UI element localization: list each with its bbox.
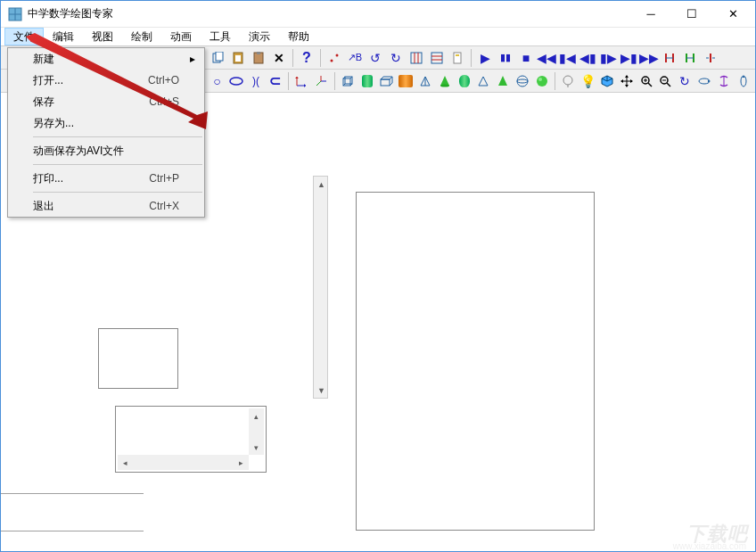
svg-line-69 [648,83,652,87]
svg-point-56 [563,76,572,85]
menu-bar: 文件 编辑 视图 绘制 动画 工具 演示 帮助 [1,28,755,46]
cone2-wire-icon[interactable] [474,71,493,91]
svg-point-28 [230,78,242,85]
rotate-cw-icon[interactable]: ↻ [386,48,406,68]
cylinder2-green-icon[interactable] [455,71,473,91]
tilt-icon[interactable] [734,71,752,91]
cube-wire-icon[interactable] [339,71,357,91]
text-area[interactable] [118,408,249,455]
menu-tools[interactable]: 工具 [201,28,240,45]
paste-icon[interactable] [228,48,248,68]
move-icon[interactable] [617,71,636,91]
menu-file[interactable]: 文件 [4,28,44,45]
maximize-button[interactable]: ☐ [671,1,712,28]
balloon-wire-icon[interactable] [559,71,578,91]
circle-icon[interactable]: ○ [208,71,226,91]
axes-3d-icon[interactable] [312,71,331,91]
delete-icon[interactable]: ✕ [269,48,289,68]
menu-print[interactable]: 打印...Ctrl+P [8,168,204,189]
menu-save-as[interactable]: 另存为... [8,112,204,134]
menu-exit[interactable]: 退出Ctrl+X [8,195,204,217]
hyperbola-icon[interactable]: )( [247,71,266,91]
stop-icon[interactable]: ■ [516,48,536,68]
scroll-right-icon[interactable]: ▸ [234,455,249,470]
cube-3d-icon[interactable] [598,71,617,91]
step-back-icon[interactable]: ◀▮ [578,48,597,68]
marker-green-icon[interactable] [680,48,700,68]
marker-red-icon[interactable] [660,48,679,68]
grid-v-icon[interactable] [407,48,426,68]
step-fwd-icon[interactable]: ▮▶ [598,48,618,68]
separator [471,49,472,67]
menu-demo[interactable]: 演示 [240,28,279,45]
page-icon[interactable] [448,48,467,68]
next-icon[interactable]: ▶▶ [639,48,659,68]
zoom-out-icon[interactable] [656,71,675,91]
svg-point-9 [331,59,333,62]
cuboid-wire-icon[interactable] [377,71,396,91]
split-icon[interactable] [701,48,720,68]
text-box[interactable]: ▴ ▾ ◂ ▸ [115,406,267,473]
svg-rect-8 [257,52,260,54]
scrollbar-v-1[interactable]: ▲ ▼ [313,176,328,399]
clipboard-icon[interactable] [249,48,268,68]
drawing-panel-large[interactable] [356,192,595,531]
sphere-green-icon[interactable] [532,71,551,91]
first-icon[interactable]: ▮◀ [557,48,577,68]
svg-rect-42 [381,79,390,86]
scrollbar-v-2[interactable]: ▴ ▾ [249,408,264,455]
bottom-edge-2 [1,531,144,538]
scroll-down-icon[interactable]: ▼ [314,383,329,398]
menu-view[interactable]: 视图 [83,28,122,45]
separator [292,49,293,67]
cylinder-green-icon[interactable] [357,71,376,91]
pause-icon[interactable]: ▮▮ [496,48,515,68]
parabola-icon[interactable]: ⊂ [266,71,284,91]
scroll-up-icon[interactable]: ▲ [314,177,329,192]
cone-green-icon[interactable] [435,71,454,91]
bulb-icon[interactable]: 💡 [579,71,597,91]
orbit-icon[interactable] [695,71,714,91]
zoom-in-icon[interactable] [637,71,655,91]
svg-rect-17 [454,53,461,63]
scrollbar-h[interactable]: ◂ ▸ [118,455,249,470]
menu-save-avi[interactable]: 动画保存为AVI文件 [8,140,204,161]
last-icon[interactable]: ▶▮ [619,48,638,68]
svg-point-10 [336,54,339,56]
close-button[interactable]: ✕ [712,1,753,28]
copy-icon[interactable] [208,48,227,68]
point-tool-icon[interactable] [325,48,344,68]
refresh-icon[interactable]: ↻ [676,71,694,91]
svg-rect-6 [235,55,241,62]
spin-icon[interactable] [714,71,733,91]
menu-save[interactable]: 保存Ctrl+S [8,91,204,112]
axes-2d-icon[interactable] [292,71,311,91]
cuboid-orange-icon[interactable] [397,71,415,91]
cone2-green-icon[interactable] [494,71,513,91]
help-icon[interactable]: ? [297,48,316,68]
pyramid-wire-icon[interactable] [416,71,435,91]
scroll-left-icon[interactable]: ◂ [118,455,133,470]
scroll-up-icon[interactable]: ▴ [249,408,264,424]
graph-b-icon[interactable]: ↗B [345,48,365,68]
ellipse-icon[interactable] [227,71,246,91]
menu-open[interactable]: 打开...Ctrl+O [8,70,204,91]
menu-separator [33,164,202,165]
sphere-wire-icon[interactable] [514,71,532,91]
menu-new[interactable]: 新建▸ [8,48,204,70]
bottom-edge-1 [1,493,144,495]
menu-animation[interactable]: 动画 [161,28,201,45]
svg-point-54 [537,76,547,87]
prev-icon[interactable]: ◀◀ [537,48,556,68]
rotate-ccw-icon[interactable]: ↺ [366,48,385,68]
grid-h-icon[interactable] [427,48,447,68]
svg-point-52 [517,76,528,87]
menu-draw[interactable]: 绘制 [122,28,161,45]
scroll-down-icon[interactable]: ▾ [249,440,264,455]
menu-edit[interactable]: 编辑 [44,28,83,45]
svg-marker-66 [620,79,623,83]
drawing-panel-small[interactable] [98,328,178,389]
play-icon[interactable]: ▶ [475,48,495,68]
menu-help[interactable]: 帮助 [279,28,318,45]
minimize-button[interactable]: ─ [630,1,671,28]
